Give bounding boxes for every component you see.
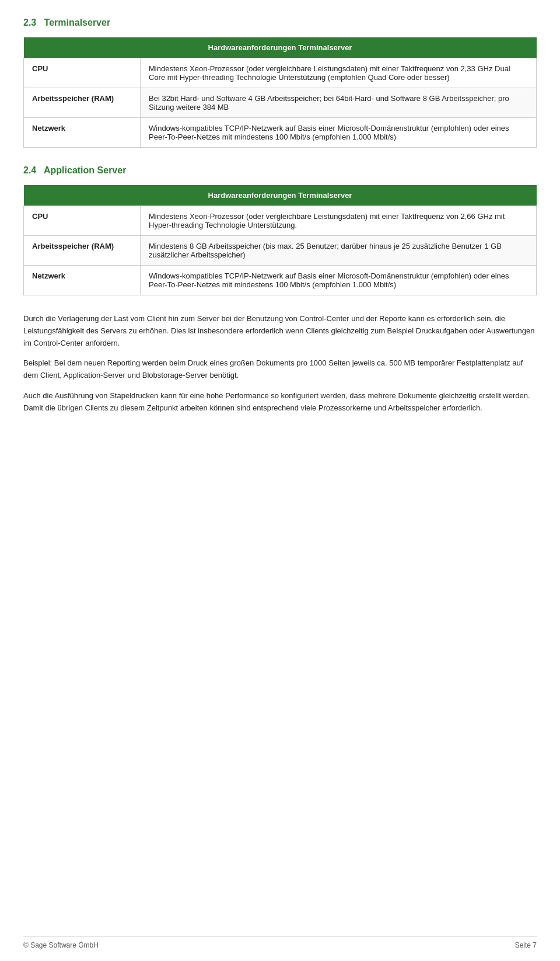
body-paragraph-2: Beispiel: Bei dem neuen Reporting werden… (23, 357, 537, 382)
row2-content: Bei 32bit Hard- und Software 4 GB Arbeit… (141, 88, 537, 118)
row3-content: Windows-kompatibles TCP/IP-Netzwerk auf … (141, 118, 537, 148)
table-row: CPU Mindestens Xeon-Prozessor (oder verg… (24, 58, 537, 88)
section2-number: 2.4 (23, 165, 36, 175)
table-row: Arbeitsspeicher (RAM) Mindestens 8 GB Ar… (24, 236, 537, 266)
footer-left: © Sage Software GmbH (23, 941, 99, 949)
page-footer: © Sage Software GmbH Seite 7 (23, 936, 537, 949)
row3-content: Windows-kompatibles TCP/IP-Netzwerk auf … (141, 266, 537, 295)
footer-right: Seite 7 (515, 941, 537, 949)
table1-header: Hardwareanforderungen Terminalserver (24, 37, 537, 58)
row3-label: Netzwerk (24, 266, 141, 295)
body-paragraph-1: Durch die Verlagerung der Last vom Clien… (23, 313, 537, 349)
table2-header: Hardwareanforderungen Terminalserver (24, 185, 537, 206)
row2-label: Arbeitsspeicher (RAM) (24, 88, 141, 118)
table-row: CPU Mindestens Xeon-Prozessor (oder verg… (24, 206, 537, 236)
body-paragraph-3: Auch die Ausführung von Stapeldrucken ka… (23, 390, 537, 415)
table-row: Arbeitsspeicher (RAM) Bei 32bit Hard- un… (24, 88, 537, 118)
row3-label: Netzwerk (24, 118, 141, 148)
row1-label: CPU (24, 206, 141, 236)
section1-number: 2.3 (23, 18, 36, 27)
table-application-server: Hardwareanforderungen Terminalserver CPU… (23, 185, 537, 295)
row1-label: CPU (24, 58, 141, 88)
row2-label: Arbeitsspeicher (RAM) (24, 236, 141, 266)
table-row: Netzwerk Windows-kompatibles TCP/IP-Netz… (24, 118, 537, 148)
table-row: Netzwerk Windows-kompatibles TCP/IP-Netz… (24, 266, 537, 295)
section1-heading: 2.3 Terminalserver (23, 18, 537, 28)
row1-content: Mindestens Xeon-Prozessor (oder vergleic… (141, 206, 537, 236)
table-terminalserver: Hardwareanforderungen Terminalserver CPU… (23, 37, 537, 148)
section2-title: Application Server (44, 165, 126, 175)
section2-heading: 2.4 Application Server (23, 165, 537, 176)
row1-content: Mindestens Xeon-Prozessor (oder vergleic… (141, 58, 537, 88)
row2-content: Mindestens 8 GB Arbeitsspeicher (bis max… (141, 236, 537, 266)
section1-title: Terminalserver (44, 18, 111, 27)
